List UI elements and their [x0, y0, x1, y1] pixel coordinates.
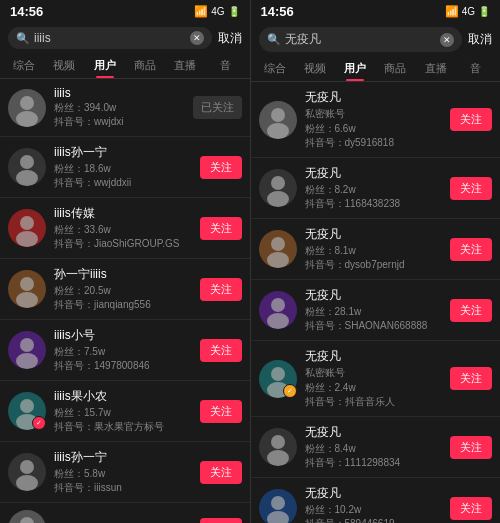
user-name: iiiis [54, 86, 185, 100]
avatar [8, 209, 46, 247]
svg-point-7 [16, 292, 38, 308]
status-bar: 14:56 📶 4G 🔋 [0, 0, 250, 23]
user-name: iiiis孙一宁 [54, 144, 192, 161]
avatar-wrap [8, 510, 46, 523]
avatar-wrap [8, 209, 46, 247]
user-info: iiiis孙一宁粉丝：18.6w抖音号：wwjddxii [54, 144, 192, 190]
search-input-wrap[interactable]: 🔍 无疫凡 ✕ [259, 27, 463, 52]
avatar-wrap: ✓ [8, 392, 46, 430]
svg-point-19 [267, 191, 289, 207]
user-id: 抖音号：抖音音乐人 [305, 395, 443, 409]
avatar [259, 230, 297, 268]
search-query: iiiis [34, 31, 186, 45]
follow-button[interactable]: 关注 [450, 497, 492, 520]
avatar [8, 331, 46, 369]
avatar-silhouette [8, 270, 46, 308]
svg-point-21 [267, 252, 289, 268]
follow-button[interactable]: 关注 [450, 299, 492, 322]
tab-商品[interactable]: 商品 [125, 53, 165, 78]
svg-point-16 [271, 108, 285, 122]
avatar-silhouette [259, 230, 297, 268]
user-name: iiiis传媒 [54, 205, 192, 222]
svg-point-29 [267, 511, 289, 523]
list-item[interactable]: iiiis传媒粉丝：33.6w抖音号：JiaoShiGROUP.GS关注 [0, 198, 250, 259]
follow-button[interactable]: 关注 [200, 400, 242, 423]
status-icons: 📶 4G 🔋 [194, 5, 239, 18]
svg-point-1 [16, 111, 38, 127]
follow-button[interactable]: 关注 [450, 238, 492, 261]
battery-icon: 🔋 [228, 6, 240, 17]
tab-音[interactable]: 音 [205, 53, 245, 78]
avatar-silhouette [259, 101, 297, 139]
tab-视频[interactable]: 视频 [44, 53, 84, 78]
list-item[interactable]: iiiis关注 [0, 503, 250, 523]
list-item[interactable]: 无疫凡粉丝：8.2w抖音号：1168438238关注 [251, 158, 501, 219]
search-clear-button[interactable]: ✕ [190, 31, 204, 45]
search-clear-button[interactable]: ✕ [440, 33, 454, 47]
avatar-wrap [259, 291, 297, 329]
user-name: 无疫凡 [305, 226, 443, 243]
followed-button[interactable]: 已关注 [193, 96, 242, 119]
list-item[interactable]: 无疫凡私密账号粉丝：6.6w抖音号：dy5916818关注 [251, 82, 501, 158]
avatar-badge: ✓ [283, 384, 297, 398]
user-info: 无疫凡私密账号粉丝：6.6w抖音号：dy5916818 [305, 89, 443, 150]
list-item[interactable]: 无疫凡粉丝：10.2w抖音号：589446619关注 [251, 478, 501, 523]
tab-用户[interactable]: 用户 [335, 56, 375, 81]
follow-button[interactable]: 关注 [200, 278, 242, 301]
tab-用户[interactable]: 用户 [85, 53, 125, 78]
follow-button[interactable]: 关注 [200, 156, 242, 179]
user-fans: 粉丝：28.1w [305, 305, 443, 319]
list-item[interactable]: 无疫凡粉丝：8.4w抖音号：1111298834关注 [251, 417, 501, 478]
follow-button[interactable]: 关注 [450, 367, 492, 390]
follow-button[interactable]: 关注 [450, 177, 492, 200]
list-item[interactable]: iiiis孙一宁粉丝：18.6w抖音号：wwjddxii关注 [0, 137, 250, 198]
follow-button[interactable]: 关注 [200, 217, 242, 240]
follow-button[interactable]: 关注 [450, 108, 492, 131]
svg-point-2 [20, 155, 34, 169]
user-info: iiiis传媒粉丝：33.6w抖音号：JiaoShiGROUP.GS [54, 205, 192, 251]
user-id: 抖音号：dysob7pernjd [305, 258, 443, 272]
follow-button[interactable]: 关注 [200, 518, 242, 524]
user-fans: 粉丝：6.6w [305, 122, 443, 136]
follow-button[interactable]: 关注 [200, 461, 242, 484]
tab-商品[interactable]: 商品 [375, 56, 415, 81]
svg-point-23 [267, 313, 289, 329]
list-item[interactable]: iiiis孙一宁粉丝：5.8w抖音号：iiissun关注 [0, 442, 250, 503]
list-item[interactable]: iiiis粉丝：394.0w抖音号：wwjdxi已关注 [0, 79, 250, 137]
user-fans: 粉丝：8.4w [305, 442, 443, 456]
svg-point-10 [20, 399, 34, 413]
tab-视频[interactable]: 视频 [295, 56, 335, 81]
tab-直播[interactable]: 直播 [165, 53, 205, 78]
list-item[interactable]: iiiis小号粉丝：7.5w抖音号：1497800846关注 [0, 320, 250, 381]
svg-point-20 [271, 237, 285, 251]
svg-point-9 [16, 353, 38, 369]
search-icon: 🔍 [267, 33, 281, 46]
tab-综合[interactable]: 综合 [255, 56, 295, 81]
user-fans: 粉丝：8.2w [305, 183, 443, 197]
tab-直播[interactable]: 直播 [416, 56, 456, 81]
avatar [259, 489, 297, 523]
avatar-silhouette [8, 89, 46, 127]
list-item[interactable]: 无疫凡粉丝：28.1w抖音号：SHAONAN668888关注 [251, 280, 501, 341]
list-item[interactable]: 无疫凡粉丝：8.1w抖音号：dysob7pernjd关注 [251, 219, 501, 280]
list-item[interactable]: 孙一宁iiiis粉丝：20.5w抖音号：jianqiang556关注 [0, 259, 250, 320]
avatar-wrap [8, 331, 46, 369]
follow-button[interactable]: 关注 [450, 436, 492, 459]
avatar [8, 148, 46, 186]
svg-point-13 [16, 475, 38, 491]
follow-button[interactable]: 关注 [200, 339, 242, 362]
tab-音[interactable]: 音 [456, 56, 496, 81]
search-input-wrap[interactable]: 🔍 iiiis ✕ [8, 27, 212, 49]
avatar-wrap [259, 169, 297, 207]
user-fans: 粉丝：10.2w [305, 503, 443, 517]
avatar-wrap [8, 453, 46, 491]
cancel-button[interactable]: 取消 [218, 30, 242, 47]
cancel-button[interactable]: 取消 [468, 31, 492, 48]
avatar-wrap [259, 489, 297, 523]
avatar [259, 101, 297, 139]
user-info: iiiis果小农粉丝：15.7w抖音号：果水果官方标号 [54, 388, 192, 434]
list-item[interactable]: ✓iiiis果小农粉丝：15.7w抖音号：果水果官方标号关注 [0, 381, 250, 442]
svg-point-5 [16, 231, 38, 247]
list-item[interactable]: ✓无疫凡私密账号粉丝：2.4w抖音号：抖音音乐人关注 [251, 341, 501, 417]
tab-综合[interactable]: 综合 [4, 53, 44, 78]
